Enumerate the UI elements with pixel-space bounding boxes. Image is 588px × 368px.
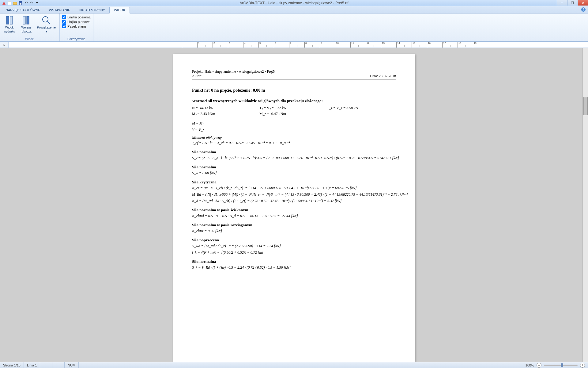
zoom-in-button[interactable]: +: [580, 363, 585, 368]
vertical-scrollbar[interactable]: [582, 48, 588, 362]
status-blank2: [52, 362, 65, 368]
tab-view[interactable]: WIDOK: [109, 7, 130, 13]
projekt-value: Hala - słupy zmienne - wielogałęziowe2 -…: [205, 69, 275, 74]
minimize-button[interactable]: ─: [557, 0, 567, 6]
eq-nchRz: N_chRz = 0.00 [kN]: [192, 229, 396, 233]
document-area[interactable]: Projekt: Hala - słupy zmienne - wielogał…: [0, 48, 588, 362]
zoom-slider-thumb[interactable]: [561, 363, 563, 367]
maximize-button[interactable]: ❐: [567, 0, 578, 6]
svg-marker-0: [2, 2, 6, 5]
ribbon-group-views-label: Widoki: [2, 37, 57, 41]
svg-rect-1: [8, 1, 11, 5]
ribbon-tabs: NARZĘDZIA GŁÓWNE WSTAWIANIE UKŁAD STRONY…: [0, 6, 588, 13]
ribbon-body: Widok wydruku Wersja robocza Powiększeni…: [0, 13, 588, 42]
undo-icon[interactable]: ↶: [24, 1, 28, 5]
status-num: NUM: [65, 362, 79, 368]
zoom-button[interactable]: Powiększenie ▾: [36, 15, 57, 34]
draft-view-button[interactable]: Wersja robocza: [19, 15, 33, 34]
eq-mrd: M_Rd = (|N| · dL_z/500 + |M|) · (1 − |N|…: [192, 192, 396, 197]
zoom-out-button[interactable]: −: [537, 363, 541, 368]
eq-ncr: N_cr = (π² · E · J_ef) / (k_z · dL_z)² =…: [192, 186, 396, 190]
draft-view-label-1: Wersja: [21, 26, 31, 29]
close-button[interactable]: ✕: [578, 0, 588, 6]
save-icon[interactable]: [18, 1, 23, 5]
print-view-label-1: Widok: [5, 26, 14, 29]
open-icon[interactable]: [13, 1, 17, 5]
svg-rect-4: [20, 3, 21, 5]
force-Mz: M_z = -0.47 kNm: [259, 112, 327, 116]
zoom-slider[interactable]: [544, 365, 578, 366]
titlebar: ↶ ↷ ▾ ArCADia-TEXT - Hala - słupy zmienn…: [0, 0, 588, 6]
force-My: Mᵧ = 2.43 kNm: [192, 112, 259, 116]
svg-rect-7: [23, 16, 25, 24]
page: Projekt: Hala - słupy zmienne - wielogał…: [173, 54, 415, 362]
scroll-thumb[interactable]: [583, 97, 588, 115]
svg-line-10: [47, 21, 50, 24]
draft-view-icon: [21, 15, 31, 25]
h-normal3: Siła normalna: [192, 259, 396, 264]
h-pop: Siła poprzeczna: [192, 238, 396, 243]
print-view-button[interactable]: Widok wydruku: [2, 15, 16, 34]
status-line: Linia 1: [24, 362, 40, 368]
eq-sw: S_w = 0.00 [kN]: [192, 171, 396, 175]
subtitle: Wartości sił wewnętrznych w układzie osi…: [192, 98, 396, 103]
h-paseS: Siła normalna w pasie ściskanym: [192, 208, 396, 213]
svg-rect-2: [13, 2, 17, 5]
zoom-icon: [41, 15, 51, 25]
zoom-percent[interactable]: 100%: [526, 363, 534, 367]
svg-rect-8: [27, 16, 29, 24]
h-normal1: Siła normalna: [192, 150, 396, 155]
tab-insert[interactable]: WSTAWIANIE: [45, 7, 75, 13]
zoom-label: Powiększenie: [37, 26, 56, 29]
h-normal2: Siła normalna: [192, 165, 396, 170]
eq-V: V = V_z: [192, 128, 396, 132]
ruler-row: L 12345678910111213141516171819: [0, 42, 588, 48]
svg-point-9: [43, 17, 48, 22]
h-kryt: Siła krytyczna: [192, 180, 396, 185]
data-value: 28-02-2018: [379, 74, 396, 78]
app-icon: [2, 1, 6, 5]
status-page[interactable]: Strona 1/15: [0, 362, 24, 368]
force-N: N = -44.13 kN: [192, 106, 259, 110]
ruler-corner: L: [0, 42, 9, 48]
print-view-icon: [5, 15, 14, 25]
status-blank1: [40, 362, 52, 368]
redo-icon[interactable]: ↷: [29, 1, 34, 5]
tab-page-layout[interactable]: UKŁAD STRONY: [74, 7, 109, 13]
eq-nchRd: N_chRd = 0.5 · N − 0.5 · N_d = 0.5 · −44…: [192, 214, 396, 218]
new-doc-icon[interactable]: [7, 1, 12, 5]
horizontal-ruler[interactable]: 12345678910111213141516171819: [9, 42, 588, 48]
eq-sk: S_k = V_Rd · (l_k / h₀) · 0.5 = 2.24 · (…: [192, 265, 396, 270]
autor-label: Autor:: [192, 74, 275, 79]
quick-access-toolbar: ↶ ↷ ▾: [0, 1, 41, 5]
eq-jef: J_ef = 0.5 · h₀² · A_ch = 0.5 · 0.52² · …: [192, 141, 396, 145]
check-v-ruler[interactable]: Linijka pionowa: [62, 19, 91, 24]
window-title: ArCADia-TEXT - Hala - słupy zmienne - wi…: [239, 1, 348, 5]
check-statusbar-box[interactable]: [62, 24, 66, 28]
h-moment: Moment efektywny: [192, 135, 396, 140]
qat-dropdown-icon[interactable]: ▾: [35, 1, 39, 5]
ribbon-group-show: Linijka pozioma Linijka pionowa Pasek st…: [60, 13, 93, 41]
check-h-ruler[interactable]: Linijka pozioma: [62, 15, 91, 19]
page-header: Projekt: Hala - słupy zmienne - wielogał…: [192, 69, 396, 79]
zoom-dropdown-icon: ▾: [46, 30, 47, 33]
tab-home[interactable]: NARZĘDZIA GŁÓWNE: [1, 7, 45, 13]
svg-rect-5: [6, 16, 9, 24]
statusbar: Strona 1/15 Linia 1 NUM 100% − +: [0, 362, 588, 368]
h-paseR: Siła normalna w pasie rozciąganym: [192, 223, 396, 228]
projekt-label: Projekt:: [192, 69, 204, 74]
eq-lk: l_k = √(l² + h₀²) = √(0.50/2 + 0.52²) = …: [192, 250, 396, 255]
eq-nd: N_d = (M_Rd · h₀ · A_ch) / (2 · J_ef) = …: [192, 199, 396, 203]
check-v-ruler-box[interactable]: [62, 20, 66, 24]
eq-sv: S_v = (2 · E · A_d · l · h₀²) / (h₀² + 0…: [192, 156, 396, 160]
eq-M: M = Mᵧ: [192, 121, 396, 126]
eq-vrd: V_Rd = (M_Rd / dL_z) · π = (2.78 / 3.90)…: [192, 244, 396, 248]
svg-rect-6: [10, 16, 13, 24]
force-Ty: Tᵧ = Vᵧ = 0.22 kN: [259, 106, 327, 110]
check-statusbar[interactable]: Pasek stanu: [62, 24, 91, 29]
ribbon-group-show-label: Pokazywanie: [62, 37, 91, 41]
help-icon[interactable]: ?: [581, 7, 586, 12]
check-h-ruler-box[interactable]: [62, 15, 66, 19]
section-title: Punkt nr: 0 na pręcie, położenie: 0.00 m: [192, 88, 396, 93]
print-view-label-2: wydruku: [4, 30, 15, 33]
